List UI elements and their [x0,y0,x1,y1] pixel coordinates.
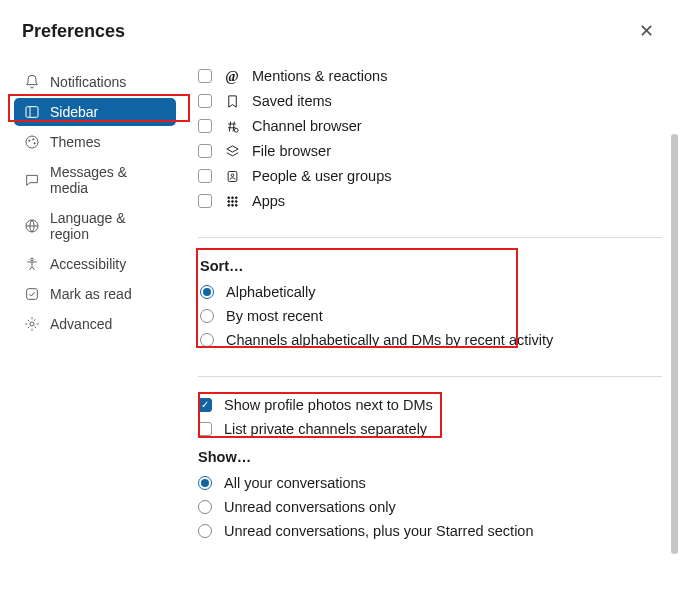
svg-point-13 [227,196,229,198]
radio-icon[interactable] [198,500,212,514]
radio-show-all[interactable]: All your conversations [198,475,662,491]
radio-label: By most recent [226,308,323,324]
radio-sort-alpha[interactable]: Alphabetically [200,284,662,300]
nav-item-mark-as-read[interactable]: Mark as read [14,280,176,308]
radio-label: Channels alphabetically and DMs by recen… [226,332,553,348]
svg-point-12 [231,174,234,177]
nav-item-label: Sidebar [50,104,98,120]
radio-icon[interactable] [198,524,212,538]
radio-show-starred[interactable]: Unread conversations, plus your Starred … [198,523,662,539]
nav-item-label: Accessibility [50,256,126,272]
radio-label: Unread conversations, plus your Starred … [224,523,534,539]
svg-rect-8 [27,289,38,300]
checkbox-icon[interactable] [198,398,212,412]
checkbox-label: List private channels separately [224,421,427,437]
svg-point-4 [33,139,34,140]
apps-grid-icon [224,193,240,209]
nav-item-themes[interactable]: Themes [14,128,176,156]
svg-point-9 [30,322,34,326]
show-in-sidebar-list: @ Mentions & reactions Saved items Chann… [198,68,662,209]
nav-item-sidebar[interactable]: Sidebar [14,98,176,126]
svg-point-7 [31,258,34,261]
checkbox-channel-browser[interactable]: Channel browser [198,118,662,134]
checkbox-label: Apps [252,193,285,209]
radio-label: All your conversations [224,475,366,491]
nav-item-accessibility[interactable]: Accessibility [14,250,176,278]
radio-sort-mixed[interactable]: Channels alphabetically and DMs by recen… [200,332,662,348]
bell-icon [24,74,40,90]
radio-label: Alphabetically [226,284,315,300]
show-heading: Show… [198,449,662,465]
palette-icon [24,134,40,150]
checkbox-label: Mentions & reactions [252,68,387,84]
preferences-header: Preferences ✕ [0,0,680,56]
svg-point-2 [26,136,38,148]
checkbox-people[interactable]: People & user groups [198,168,662,184]
message-icon [24,172,40,188]
at-icon: @ [224,68,240,84]
checkbox-label: Saved items [252,93,332,109]
separator [198,237,662,238]
hash-search-icon [224,118,240,134]
checkbox-saved-items[interactable]: Saved items [198,93,662,109]
checkbox-icon[interactable] [198,69,212,83]
svg-point-16 [227,200,229,202]
nav-item-language[interactable]: Language & region [14,204,176,248]
radio-icon[interactable] [198,476,212,490]
svg-point-5 [34,143,35,144]
nav-item-advanced[interactable]: Advanced [14,310,176,338]
checkbox-icon[interactable] [198,422,212,436]
dm-options-section: Show profile photos next to DMs List pri… [198,395,662,437]
show-section: Show… All your conversations Unread conv… [198,449,662,539]
checkbox-file-browser[interactable]: File browser [198,143,662,159]
checkbox-profile-photos[interactable]: Show profile photos next to DMs [198,397,662,413]
svg-point-3 [29,140,30,141]
checkbox-icon[interactable] [198,194,212,208]
check-icon [24,286,40,302]
bookmark-icon [224,93,240,109]
radio-sort-recent[interactable]: By most recent [200,308,662,324]
preferences-nav: Notifications Sidebar Themes Messages & … [0,56,184,596]
checkbox-icon[interactable] [198,119,212,133]
radio-icon[interactable] [200,309,214,323]
nav-item-label: Advanced [50,316,112,332]
nav-item-label: Language & region [50,210,166,242]
nav-item-label: Themes [50,134,101,150]
radio-icon[interactable] [200,333,214,347]
svg-point-14 [231,196,233,198]
preferences-main: @ Mentions & reactions Saved items Chann… [184,56,680,596]
checkbox-label: Channel browser [252,118,362,134]
svg-point-21 [235,204,237,206]
svg-point-15 [235,196,237,198]
svg-rect-0 [26,107,38,118]
people-icon [224,168,240,184]
preferences-title: Preferences [22,21,125,42]
checkbox-icon[interactable] [198,169,212,183]
nav-item-label: Mark as read [50,286,132,302]
radio-label: Unread conversations only [224,499,396,515]
checkbox-mentions[interactable]: @ Mentions & reactions [198,68,662,84]
checkbox-label: People & user groups [252,168,391,184]
checkbox-label: File browser [252,143,331,159]
close-icon[interactable]: ✕ [635,18,658,44]
svg-point-19 [227,204,229,206]
checkbox-private-separate[interactable]: List private channels separately [198,421,662,437]
nav-item-messages[interactable]: Messages & media [14,158,176,202]
gear-icon [24,316,40,332]
scrollbar[interactable] [671,134,678,554]
radio-show-unread[interactable]: Unread conversations only [198,499,662,515]
svg-point-20 [231,204,233,206]
sort-section: Sort… Alphabetically By most recent Chan… [198,256,662,348]
checkbox-icon[interactable] [198,94,212,108]
nav-item-notifications[interactable]: Notifications [14,68,176,96]
svg-point-10 [234,128,238,132]
radio-icon[interactable] [200,285,214,299]
sort-heading: Sort… [200,258,662,274]
svg-point-17 [231,200,233,202]
sidebar-icon [24,104,40,120]
svg-point-18 [235,200,237,202]
checkbox-apps[interactable]: Apps [198,193,662,209]
nav-item-label: Notifications [50,74,126,90]
accessibility-icon [24,256,40,272]
checkbox-icon[interactable] [198,144,212,158]
